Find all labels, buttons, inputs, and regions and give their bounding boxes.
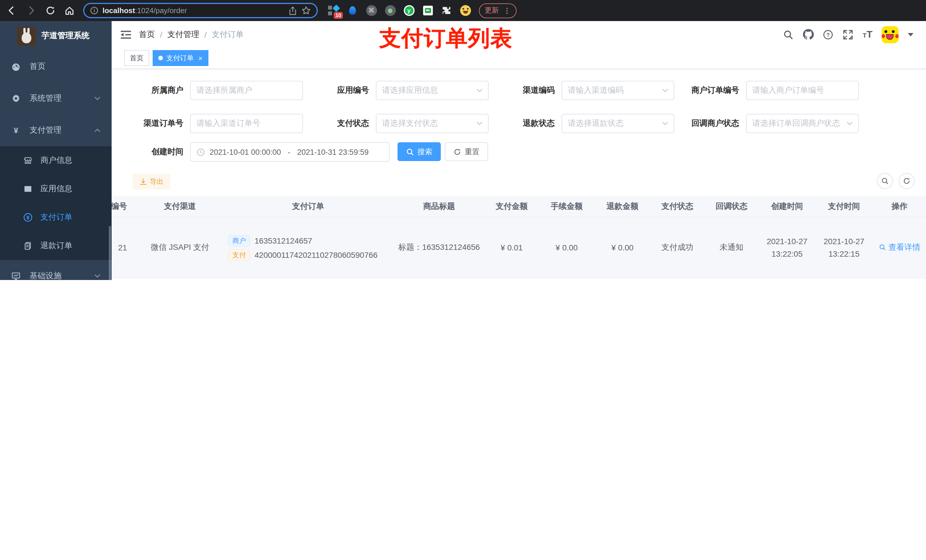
- filter-input[interactable]: 请输入商户订单编号: [746, 81, 859, 100]
- sidebar-item-商户信息[interactable]: 商户信息: [0, 146, 112, 175]
- filter-group: 商户订单编号请输入商户订单编号: [675, 81, 859, 100]
- chevron-down-icon: [662, 89, 668, 92]
- cell-pay-status: 支付成功: [651, 278, 705, 280]
- url-host: localhost: [103, 6, 135, 15]
- extension-icon[interactable]: [384, 5, 396, 16]
- order-number-line: 支付4200001174202110278060590766: [228, 249, 391, 260]
- filter-group: 应用编号请选择应用信息: [305, 81, 489, 100]
- placeholder-text: 请选择支付状态: [382, 118, 477, 128]
- extension-icon[interactable]: y: [403, 5, 415, 16]
- filter-select[interactable]: 请选择退款状态: [561, 114, 674, 133]
- tag-label: 支付订单: [166, 53, 194, 63]
- command-icon[interactable]: ⌘: [366, 5, 377, 16]
- sidebar-item-基础设施[interactable]: 基础设施: [0, 260, 112, 280]
- search-button[interactable]: 搜索: [398, 142, 441, 161]
- tag-close-icon[interactable]: ×: [198, 54, 203, 62]
- chevron-up-icon: [95, 128, 100, 132]
- order-number-line: 商户1635312124657: [228, 235, 391, 246]
- sidebar-item-label: 首页: [30, 62, 100, 72]
- back-icon[interactable]: [6, 5, 17, 16]
- filter-label: 退款状态: [491, 118, 561, 128]
- merchant-badge: 商户: [228, 235, 250, 246]
- sidebar-item-应用信息[interactable]: 应用信息: [0, 175, 112, 203]
- filter-label: 渠道订单号: [120, 118, 190, 128]
- table-row: 21微信 JSAPI 支付商户1635312124657支付4200001174…: [112, 217, 926, 278]
- sidebar-submenu: 商户信息应用信息¥支付订单退款订单: [0, 146, 112, 260]
- help-icon[interactable]: ?: [823, 29, 834, 40]
- chevron-down-icon: [477, 122, 483, 125]
- fullscreen-icon[interactable]: [843, 29, 854, 40]
- date-range-input[interactable]: 2021-10-01 00:00:00 - 2021-10-31 23:59:5…: [190, 142, 390, 162]
- browser-update-button[interactable]: 更新 ⋮: [479, 3, 516, 18]
- extension-icon[interactable]: [347, 5, 358, 16]
- tag-label: 首页: [130, 53, 144, 63]
- puzzle-icon[interactable]: [441, 5, 452, 16]
- filter-label: 商户订单编号: [675, 85, 746, 96]
- svg-text:?: ?: [827, 32, 830, 38]
- view-detail-link[interactable]: 查看详情: [879, 242, 920, 253]
- svg-text:¥: ¥: [26, 214, 29, 220]
- pay-date: 2021-10-27: [818, 235, 870, 248]
- share-icon[interactable]: [288, 6, 297, 15]
- reset-button[interactable]: 重置: [445, 142, 488, 161]
- filter-select[interactable]: 请选择订单回调商户状态: [746, 114, 859, 133]
- toggle-search-icon[interactable]: [877, 173, 893, 189]
- browser-menu-icon[interactable]: ⋮: [504, 6, 511, 15]
- home-icon[interactable]: [64, 5, 75, 16]
- tag-item[interactable]: 首页: [124, 50, 149, 66]
- reload-icon[interactable]: [44, 5, 56, 16]
- extension-icon[interactable]: 10: [328, 5, 339, 16]
- filter-label: 所属商户: [120, 85, 190, 96]
- sidebar-item-首页[interactable]: 首页: [0, 51, 112, 83]
- bookmark-star-icon[interactable]: [301, 6, 311, 15]
- column-header: 手续金额: [539, 196, 595, 217]
- breadcrumb-item[interactable]: 支付管理: [168, 29, 199, 39]
- filter-select[interactable]: 请输入渠道编码: [561, 81, 674, 100]
- search-button-label: 搜索: [418, 146, 432, 157]
- column-header: 编号: [112, 196, 137, 217]
- cell-title: 标题：1635312124656: [393, 217, 485, 278]
- date-end[interactable]: 2021-10-31 23:59:59: [297, 148, 369, 156]
- collapse-sidebar-icon[interactable]: [121, 30, 131, 39]
- date-start[interactable]: 2021-10-01 00:00:00: [210, 148, 281, 156]
- github-icon[interactable]: [803, 29, 814, 40]
- url-bar[interactable]: localhost :1024/pay/order: [83, 3, 318, 18]
- dashboard-icon: [11, 62, 21, 71]
- site-info-icon[interactable]: [90, 6, 98, 15]
- column-header: 支付订单: [223, 196, 393, 217]
- forward-icon[interactable]: [25, 5, 36, 16]
- sidebar-item-label: 商户信息: [41, 155, 72, 166]
- sidebar-item-支付管理[interactable]: ¥支付管理: [0, 115, 112, 146]
- logo-image: [17, 26, 36, 45]
- tag-active[interactable]: 支付订单×: [153, 50, 208, 66]
- avatar[interactable]: [882, 26, 899, 43]
- order-number: 1635312124657: [254, 236, 312, 245]
- column-header: 创建时间: [758, 196, 816, 217]
- cell-create-time: 2021-10-2713:22:05: [758, 217, 816, 278]
- font-size-icon[interactable]: TT: [863, 29, 873, 40]
- document-icon: [23, 241, 32, 251]
- sidebar-item-退款订单[interactable]: 退款订单: [0, 232, 112, 260]
- chat-extension-icon[interactable]: [422, 5, 433, 16]
- cell-fee-amount: ¥ 0.00: [539, 217, 595, 278]
- export-button[interactable]: 导出: [133, 174, 170, 190]
- annotation-text: 支付订单列表: [379, 24, 513, 53]
- filter-input[interactable]: 请选择所属商户: [190, 81, 303, 100]
- sidebar-item-支付订单[interactable]: ¥支付订单: [0, 203, 112, 232]
- refresh-icon[interactable]: [899, 173, 915, 189]
- breadcrumb-item[interactable]: 首页: [139, 29, 155, 39]
- chevron-down-icon: [95, 97, 100, 100]
- yen-circle-icon: ¥: [23, 213, 32, 222]
- filter-input[interactable]: 请输入渠道订单号: [190, 114, 303, 133]
- chevron-down-icon[interactable]: [908, 33, 914, 36]
- filter-select[interactable]: 请选择支付状态: [376, 114, 489, 133]
- column-header: 支付时间: [816, 196, 873, 217]
- chevron-down-icon: [95, 274, 100, 278]
- create-time: 13:22:05: [761, 248, 813, 260]
- filter-select[interactable]: 请选择应用信息: [376, 81, 489, 100]
- filter-group: 渠道订单号请输入渠道订单号: [120, 114, 303, 133]
- search-icon[interactable]: [783, 29, 794, 40]
- view-detail-label: 查看详情: [888, 242, 920, 253]
- emoji-extension-icon[interactable]: [460, 5, 471, 16]
- sidebar-item-系统管理[interactable]: 系统管理: [0, 83, 112, 115]
